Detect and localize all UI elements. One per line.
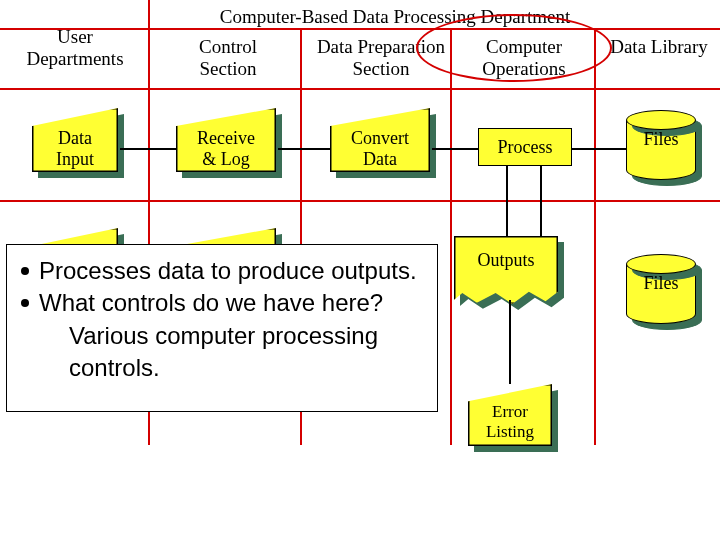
header-data-prep-section: Data Preparation Section	[306, 36, 456, 80]
caption-overlay: Processes data to produce outputs. What …	[6, 244, 438, 412]
diagram-stage: User Departments Computer-Based Data Pro…	[0, 0, 720, 540]
header-computer-operations: Computer Operations	[458, 36, 590, 80]
shape-error-listing: Error Listing	[468, 384, 552, 446]
shape-label: Files	[626, 129, 696, 150]
bullet-icon	[21, 299, 29, 307]
header-cb-dept: Computer-Based Data Processing Departmen…	[200, 6, 590, 28]
shape-data-input: Data Input	[32, 108, 118, 172]
header-user-departments: User Departments	[10, 26, 140, 70]
connector	[540, 166, 542, 236]
connector	[278, 148, 330, 150]
shape-files-bottom: Files	[626, 254, 696, 324]
shape-outputs: Outputs	[454, 236, 558, 304]
header-control-section: Control Section	[168, 36, 288, 80]
connector	[572, 148, 626, 150]
caption-text: What controls do we have here?	[39, 289, 383, 316]
caption-bullet-2: What controls do we have here?	[21, 287, 423, 319]
grid-line	[0, 200, 720, 202]
connector	[432, 148, 478, 150]
grid-line	[0, 88, 720, 90]
shape-label: Process	[498, 137, 553, 158]
shape-label: Files	[626, 273, 696, 294]
grid-line	[594, 28, 596, 445]
caption-text: Processes data to produce outputs.	[39, 257, 417, 284]
shape-convert-data: Convert Data	[330, 108, 430, 172]
header-data-library: Data Library	[600, 36, 718, 58]
bullet-icon	[21, 267, 29, 275]
connector	[506, 166, 508, 236]
caption-subtext: Various computer processing controls.	[21, 320, 423, 385]
grid-line	[450, 28, 452, 445]
shape-process: Process	[478, 128, 572, 166]
connector	[509, 300, 511, 384]
caption-bullet-1: Processes data to produce outputs.	[21, 255, 423, 287]
connector	[120, 148, 176, 150]
shape-files-top: Files	[626, 110, 696, 180]
shape-receive-log: Receive & Log	[176, 108, 276, 172]
